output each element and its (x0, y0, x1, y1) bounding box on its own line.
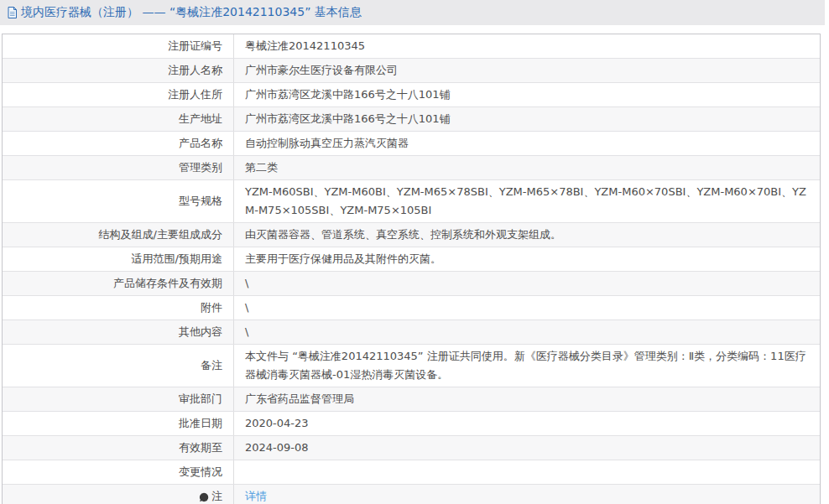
table-row: 备注 本文件与 “粤械注准20142110345” 注册证共同使用。新《医疗器械… (3, 345, 820, 387)
table-row: 有效期至 2024-09-08 (3, 436, 820, 460)
row-value (234, 470, 820, 475)
row-value: \ (234, 296, 820, 320)
row-label: 批准日期 (3, 412, 234, 435)
row-value: 主要用于医疗保健用品及其附件的灭菌。 (234, 247, 820, 271)
table-row: 管理类别 第二类 (3, 156, 820, 180)
note-balloon-icon (199, 492, 209, 502)
table-row: 其他内容 \ (3, 320, 820, 345)
table-row: 注册人住所 广州市荔湾区龙溪中路166号之十八101铺 (3, 83, 820, 107)
row-value: 广州市豪尔生医疗设备有限公司 (234, 59, 820, 82)
table-row: 型号规格 YZM-M60SBⅠ、YZM-M60BⅠ、YZM-M65×78SBⅠ、… (3, 180, 820, 223)
row-value: 由灭菌器容器、管道系统、真空系统、控制系统和外观支架组成。 (234, 223, 820, 247)
details-link[interactable]: 详情 (245, 490, 267, 502)
row-value: 广州市荔湾区龙溪中路166号之十八101铺 (234, 107, 820, 131)
table-row: 变更情况 (3, 460, 820, 485)
row-label: 注册证编号 (3, 34, 234, 58)
page-title: 境内医疗器械（注册） —— “粤械注准20142110345” 基本信息 (21, 5, 362, 20)
row-label: 型号规格 (3, 180, 234, 222)
table-row: 产品储存条件及有效期 \ (3, 272, 820, 296)
table-row: 注册人名称 广州市豪尔生医疗设备有限公司 (3, 59, 820, 83)
row-value: \ (234, 272, 820, 295)
row-value: YZM-M60SBⅠ、YZM-M60BⅠ、YZM-M65×78SBⅠ、YZM-M… (234, 180, 820, 222)
row-value: 粤械注准20142110345 (234, 34, 820, 58)
row-value: \ (234, 320, 820, 344)
row-label: 备注 (3, 345, 234, 387)
info-table: 注册证编号 粤械注准20142110345 注册人名称 广州市豪尔生医疗设备有限… (2, 34, 821, 504)
row-label: 适用范围/预期用途 (3, 247, 234, 271)
row-label: 注册人名称 (3, 59, 234, 82)
registration-info-page: 境内医疗器械（注册） —— “粤械注准20142110345” 基本信息 注册证… (0, 0, 829, 504)
table-row: 注 详情 (3, 485, 820, 504)
row-label: 注册人住所 (3, 83, 234, 107)
row-label-text: 注 (211, 487, 222, 504)
table-row: 注册证编号 粤械注准20142110345 (3, 34, 820, 59)
row-label: 管理类别 (3, 156, 234, 179)
row-label: 注 (3, 485, 234, 504)
row-value: 第二类 (234, 156, 820, 179)
row-label: 结构及组成/主要组成成分 (3, 223, 234, 247)
table-row: 产品名称 自动控制脉动真空压力蒸汽灭菌器 (3, 132, 820, 156)
table-row: 审批部门 广东省药品监督管理局 (3, 387, 820, 412)
row-value: 自动控制脉动真空压力蒸汽灭菌器 (234, 132, 820, 155)
table-row: 批准日期 2020-04-23 (3, 412, 820, 436)
row-value: 本文件与 “粤械注准20142110345” 注册证共同使用。新《医疗器械分类目… (234, 345, 820, 387)
row-label: 生产地址 (3, 107, 234, 131)
row-value: 2020-04-23 (234, 412, 820, 435)
table-row: 适用范围/预期用途 主要用于医疗保健用品及其附件的灭菌。 (3, 247, 820, 272)
row-label: 有效期至 (3, 436, 234, 460)
table-row: 生产地址 广州市荔湾区龙溪中路166号之十八101铺 (3, 107, 820, 132)
row-value: 2024-09-08 (234, 436, 820, 460)
row-label: 产品储存条件及有效期 (3, 272, 234, 295)
table-row: 附件 \ (3, 296, 820, 320)
row-label: 其他内容 (3, 320, 234, 344)
page-header: 境内医疗器械（注册） —— “粤械注准20142110345” 基本信息 (0, 0, 825, 25)
row-label: 附件 (3, 296, 234, 320)
row-label: 审批部门 (3, 387, 234, 411)
row-label: 变更情况 (3, 460, 234, 484)
row-label: 产品名称 (3, 132, 234, 155)
document-icon (7, 7, 18, 18)
row-value: 广州市荔湾区龙溪中路166号之十八101铺 (234, 83, 820, 107)
table-row: 结构及组成/主要组成成分 由灭菌器容器、管道系统、真空系统、控制系统和外观支架组… (3, 223, 820, 247)
row-value: 广东省药品监督管理局 (234, 387, 820, 411)
row-value: 详情 (234, 485, 820, 504)
